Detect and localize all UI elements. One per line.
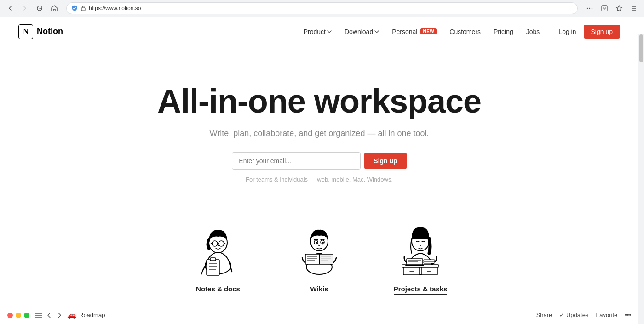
svg-point-1: [587, 8, 588, 9]
notes-label: Notes & docs: [196, 285, 240, 293]
svg-rect-4: [602, 6, 607, 11]
main-nav: N Notion Product Download Personal NEW C…: [0, 17, 638, 46]
scrollbar-track[interactable]: [638, 34, 644, 324]
updates-button[interactable]: ✓ Updates: [559, 312, 588, 318]
minimize-dot: [16, 313, 21, 318]
reload-button[interactable]: [33, 2, 46, 15]
forward-button[interactable]: [18, 2, 31, 15]
menu-icon[interactable]: [35, 313, 42, 318]
maximize-dot: [24, 313, 29, 318]
favorite-button[interactable]: Favorite: [596, 312, 617, 318]
svg-rect-27: [305, 254, 319, 264]
more-button[interactable]: •••: [625, 312, 631, 318]
sidebar-button[interactable]: [627, 2, 640, 15]
chevron-down-icon: [327, 30, 332, 33]
nav-download[interactable]: Download: [339, 25, 385, 38]
feature-notes: Notes & docs: [181, 220, 255, 295]
back-button[interactable]: [4, 2, 17, 15]
svg-line-20: [201, 270, 203, 275]
share-button[interactable]: Share: [536, 312, 552, 318]
shield-icon: [71, 5, 78, 11]
svg-line-14: [224, 243, 225, 244]
browser-toolbar: https://www.notion.so: [0, 0, 644, 17]
car-icon: 🚗: [67, 311, 76, 319]
nav-links: Product Download Personal NEW Customers …: [298, 25, 546, 38]
forward-nav-icon[interactable]: [56, 312, 63, 318]
lock-icon: [80, 6, 86, 11]
wikis-label: Wikis: [310, 285, 328, 293]
scrollbar-thumb[interactable]: [639, 34, 643, 62]
home-button[interactable]: [48, 2, 61, 15]
pocket-button[interactable]: [598, 2, 611, 15]
svg-point-25: [316, 242, 317, 244]
nav-jobs[interactable]: Jobs: [521, 25, 546, 38]
nav-product[interactable]: Product: [298, 25, 337, 38]
roadmap-item[interactable]: 🚗 Roadmap: [67, 311, 105, 319]
svg-rect-15: [207, 260, 219, 275]
hero-subtitle: Write, plan, collaborate, and get organi…: [9, 129, 629, 138]
chevron-down-icon: [374, 30, 379, 33]
notes-illustration: [190, 220, 246, 279]
svg-rect-16: [210, 258, 216, 261]
hero-form: Sign up: [9, 152, 629, 170]
bottom-bar: 🚗 Roadmap Share ✓ Updates Favorite •••: [0, 306, 638, 324]
hero-title: All-in-one workspace: [9, 83, 629, 119]
menu-button[interactable]: [583, 2, 596, 15]
star-button[interactable]: [613, 2, 626, 15]
svg-point-11: [218, 241, 224, 246]
signup-cta-button[interactable]: Sign up: [364, 153, 406, 169]
svg-rect-28: [319, 254, 333, 264]
notion-logo-icon: N: [18, 24, 33, 39]
nav-personal[interactable]: Personal NEW: [386, 25, 442, 38]
features-section: Notes & docs: [0, 201, 638, 304]
close-dot: [7, 313, 13, 318]
svg-point-10: [212, 241, 218, 246]
projects-illustration: [393, 220, 448, 279]
login-link[interactable]: Log in: [553, 25, 581, 38]
svg-point-2: [589, 8, 590, 9]
nav-divider: [549, 27, 549, 36]
svg-line-13: [211, 243, 212, 244]
bottom-nav-icons: [35, 312, 63, 318]
hero-section: All-in-one workspace Write, plan, collab…: [0, 46, 638, 201]
nav-customers[interactable]: Customers: [444, 25, 486, 38]
svg-point-3: [592, 8, 592, 9]
svg-rect-47: [424, 260, 435, 261]
nav-auth: Log in Sign up: [553, 25, 620, 39]
signup-button[interactable]: Sign up: [584, 25, 620, 39]
svg-rect-0: [81, 8, 85, 11]
nav-pricing[interactable]: Pricing: [488, 25, 519, 38]
roadmap-label: Roadmap: [79, 312, 105, 318]
feature-wikis: Wikis: [282, 220, 356, 295]
logo-text: Notion: [37, 27, 63, 36]
svg-rect-44: [405, 265, 424, 266]
email-input[interactable]: [232, 152, 361, 170]
svg-point-26: [322, 242, 324, 244]
browser-chrome: https://www.notion.so: [0, 0, 644, 17]
address-bar[interactable]: https://www.notion.so: [66, 2, 578, 14]
back-nav-icon[interactable]: [46, 312, 52, 318]
projects-label: Projects & tasks: [394, 285, 448, 295]
platforms-text: For teams & individuals — web, mobile, M…: [9, 176, 629, 183]
wikis-illustration: [292, 220, 347, 279]
browser-actions: [583, 2, 640, 15]
bottom-right-actions: Share ✓ Updates Favorite •••: [536, 312, 631, 318]
logo-link[interactable]: N Notion: [18, 24, 63, 39]
feature-projects: Projects & tasks: [384, 220, 457, 295]
url-text: https://www.notion.so: [89, 5, 573, 11]
svg-rect-48: [424, 261, 435, 263]
window-dots: [7, 313, 29, 318]
notion-page: N Notion Product Download Personal NEW C…: [0, 17, 638, 324]
new-badge: NEW: [420, 28, 437, 34]
